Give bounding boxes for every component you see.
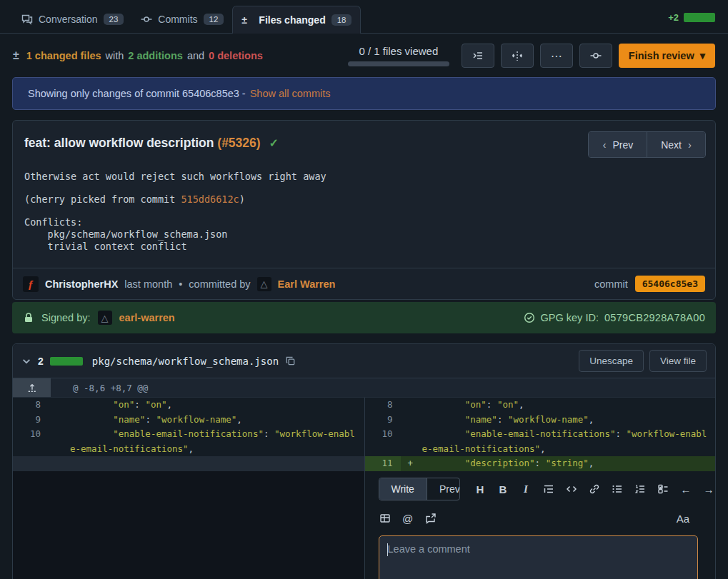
italic-icon[interactable]: I: [519, 483, 532, 495]
tab-conversation[interactable]: Conversation 23: [13, 6, 132, 33]
hunk-header-text: @ -8,6 +8,7 @@: [51, 378, 148, 397]
editor-toolbar: Write Preview H B I: [379, 478, 716, 500]
link-icon[interactable]: [588, 483, 601, 495]
signer-avatar[interactable]: △: [98, 311, 112, 325]
summary-text: with: [106, 50, 124, 61]
line-number[interactable]: 8: [365, 398, 401, 413]
pr-tab-bar: Conversation 23 Commits 12 ± Files chang…: [0, 0, 728, 34]
hunk-header-row: @ -8,6 +8,7 @@: [13, 378, 715, 398]
tab-files-changed[interactable]: ± Files changed 18: [232, 6, 361, 34]
unordered-list-icon[interactable]: [611, 483, 624, 495]
pr-diff-stats: +2: [668, 12, 715, 23]
heading-icon[interactable]: H: [474, 483, 487, 495]
view-file-button[interactable]: View file: [649, 350, 707, 372]
file-diff-header: 2 pkg/schema/workflow_schema.json Unesca…: [13, 344, 715, 378]
code-icon[interactable]: [565, 483, 578, 495]
diff-line: 10 "enable-email-notifications": "workfl…: [365, 427, 716, 456]
diff-line: 10 "enable-email-notifications": "workfl…: [13, 427, 364, 456]
prev-commit-button[interactable]: ‹ Prev: [589, 132, 647, 157]
line-number[interactable]: 11: [365, 456, 401, 471]
arrow-right-icon[interactable]: →: [702, 483, 715, 495]
diff-op-marker: [49, 413, 70, 428]
file-tree-toggle-button[interactable]: [462, 44, 494, 68]
changed-files-link[interactable]: 1 changed files: [26, 50, 101, 61]
diff-op-marker: [49, 398, 70, 413]
more-options-button[interactable]: ⋯: [540, 44, 573, 68]
quote-icon[interactable]: [542, 483, 555, 495]
commit-time: last month: [124, 278, 172, 290]
commit-label: commit: [594, 278, 628, 290]
collapse-file-chevron-icon[interactable]: [21, 356, 31, 366]
line-number[interactable]: 9: [13, 413, 49, 428]
code-line: "description": "string",: [422, 456, 716, 471]
diff-icon: ±: [13, 49, 19, 62]
files-viewed: 0 / 1 files viewed: [348, 45, 449, 66]
code-line: "on": "on",: [422, 398, 716, 413]
tab-commits-label: Commits: [158, 14, 197, 25]
copy-file-name-icon[interactable]: [285, 356, 296, 366]
committer-name-link[interactable]: Earl Warren: [278, 278, 336, 290]
additions-text: 2 additions: [128, 50, 183, 61]
diff-bottom-area: Write Preview H B I: [13, 471, 715, 579]
author-name-link[interactable]: ChristopherHX: [45, 278, 118, 290]
commit-message-body: Otherwise act would reject such workflow…: [13, 162, 715, 268]
diff-toolbar-actions: 0 / 1 files viewed ⋯ Finish review ▾: [348, 44, 715, 68]
ordered-list-icon[interactable]: [634, 483, 647, 495]
line-number[interactable]: 10: [13, 427, 49, 456]
task-list-icon[interactable]: [657, 483, 669, 495]
whitespace-toggle-button[interactable]: [501, 44, 534, 68]
additions-stat: +2: [668, 12, 679, 23]
next-commit-button[interactable]: Next ›: [647, 132, 705, 157]
diff-toolbar: ± 1 changed files with 2 additions and 0…: [0, 44, 728, 68]
commit-sha-badge[interactable]: 65406c85e3: [635, 276, 705, 292]
code-line: "enable-email-notifications": "workflow-…: [70, 427, 364, 456]
tab-commits[interactable]: Commits 12: [132, 6, 232, 33]
expand-hunk-button[interactable]: [13, 378, 51, 397]
line-number[interactable]: 9: [365, 413, 401, 428]
commit-meta-row: ƒ ChristopherHX last month • committed b…: [13, 268, 715, 299]
diff-line: 8 "on": "on",: [365, 398, 716, 413]
lock-icon: [23, 312, 34, 323]
table-icon[interactable]: [379, 512, 392, 525]
commit-select-button[interactable]: [579, 44, 612, 68]
pr-reference-link[interactable]: (#5326): [217, 136, 260, 150]
author-avatar[interactable]: ƒ: [23, 276, 39, 292]
reference-icon[interactable]: [424, 512, 437, 525]
plain-text-toggle[interactable]: Aa: [677, 513, 689, 525]
bold-icon[interactable]: B: [497, 483, 509, 495]
cherry-pick-hash-link[interactable]: 515dd6612c: [181, 193, 239, 205]
comment-textarea[interactable]: [379, 535, 698, 579]
commit-message-line: Otherwise act would reject such workflow…: [24, 171, 704, 183]
diff-line: 8 "on": "on",: [13, 398, 364, 413]
diff-line: 9 "name": "workflow-name",: [13, 413, 364, 428]
committer-avatar[interactable]: △: [257, 277, 271, 291]
mention-icon[interactable]: @: [402, 512, 414, 525]
line-number[interactable]: 10: [365, 427, 401, 456]
deletions-text: 0 deletions: [209, 50, 263, 61]
arrow-left-icon[interactable]: ←: [679, 483, 692, 495]
signer-name-link[interactable]: earl-warren: [119, 312, 175, 323]
preview-tab[interactable]: Preview: [427, 478, 460, 500]
commit-title-text: feat: allow workflow description: [24, 136, 217, 150]
unescape-button[interactable]: Unescape: [579, 350, 644, 372]
commit-filter-banner: Showing only changes of commit 65406c85e…: [12, 77, 716, 110]
cherry-pick-text: (cherry picked from commit: [24, 193, 181, 205]
line-number[interactable]: 8: [13, 398, 49, 413]
files-viewed-label: 0 / 1 files viewed: [359, 45, 438, 57]
next-label: Next: [661, 139, 682, 151]
diff-line: 9 "name": "workflow-name",: [365, 413, 716, 428]
code-line: "name": "workflow-name",: [70, 413, 364, 428]
file-diff-stat-bar: [50, 357, 83, 366]
show-all-commits-link[interactable]: Show all commits: [250, 88, 331, 99]
caret-down-icon: ▾: [700, 50, 705, 61]
commit-conflicts-block: Conflicts: pkg/schema/workflow_schema.js…: [24, 216, 704, 253]
commits-count-badge: 12: [204, 14, 224, 25]
files-changed-count-badge: 18: [331, 14, 352, 26]
commit-icon: [141, 14, 152, 25]
signature-row: Signed by: △ earl-warren GPG key ID: 057…: [12, 302, 716, 333]
write-tab[interactable]: Write: [379, 478, 427, 500]
finish-review-button[interactable]: Finish review ▾: [619, 44, 715, 68]
finish-review-label: Finish review: [629, 50, 694, 61]
comment-input-wrapper: [379, 535, 698, 579]
editor-mode-tabs: Write Preview: [379, 478, 461, 500]
